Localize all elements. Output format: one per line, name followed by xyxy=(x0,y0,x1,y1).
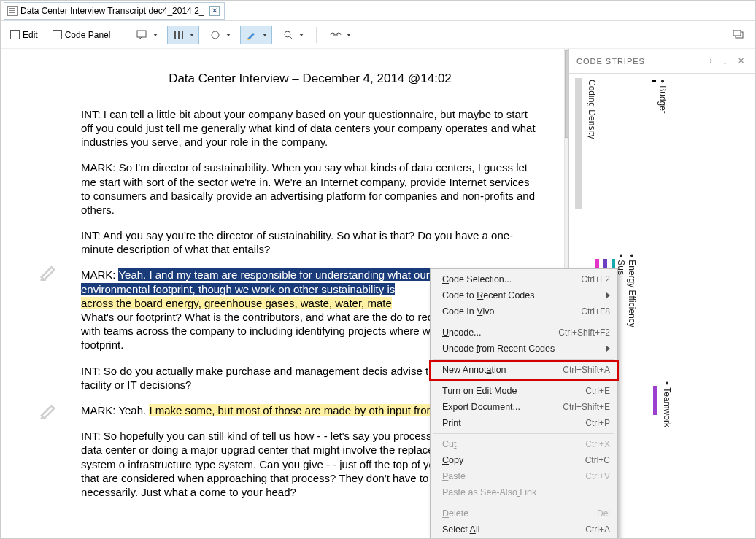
document-title: Data Center Interview – December 4, 2014… xyxy=(81,71,539,87)
document-tab[interactable]: Data Center Interview Transcript dec4_20… xyxy=(4,2,225,20)
menu-shortcut: Ctrl+X xyxy=(585,439,610,449)
menu-shortcut: Ctrl+P xyxy=(585,418,610,428)
tab-title: Data Center Interview Transcript dec4_20… xyxy=(20,6,204,16)
svg-point-4 xyxy=(212,31,219,39)
menu-item-label: Uncode... xyxy=(442,327,558,338)
menu-item-label: Copy xyxy=(442,455,585,465)
separator xyxy=(316,27,317,43)
tab-bar: Data Center Interview Transcript dec4_20… xyxy=(1,1,755,21)
context-menu: Code Selection...Ctrl+F2Code to Recent C… xyxy=(430,268,618,539)
menu-separator xyxy=(433,433,614,434)
menu-item-label: Cut xyxy=(442,439,585,449)
edit-toggle[interactable]: Edit xyxy=(5,26,43,44)
layout-icon xyxy=(733,28,746,42)
menu-separator xyxy=(433,322,614,322)
panel-header: CODE STRIPES ⇢ ↓ ✕ xyxy=(569,49,755,74)
caret-down-icon xyxy=(299,34,304,36)
svg-rect-9 xyxy=(733,30,741,36)
menu-item-label: Turn on Edit Mode xyxy=(442,386,585,396)
svg-line-7 xyxy=(290,36,293,39)
menu-shortcut: Ctrl+C xyxy=(585,455,610,465)
tab-close-button[interactable]: ✕ xyxy=(209,6,220,16)
coding-density-bar xyxy=(575,78,582,209)
svg-rect-2 xyxy=(178,31,180,39)
menu-item[interactable]: PrintCtrl+P xyxy=(432,415,616,431)
menu-separator xyxy=(433,380,614,381)
menu-item-label: New Annotation xyxy=(442,365,563,375)
caret-down-icon xyxy=(347,34,351,36)
annotations-tool[interactable] xyxy=(131,26,163,44)
collapse-icon[interactable]: ↓ xyxy=(719,55,732,68)
stripe-teamwork[interactable] xyxy=(653,386,657,415)
caret-down-icon xyxy=(263,34,267,36)
menu-item[interactable]: Code In VivoCtrl+F8 xyxy=(432,303,616,319)
menu-item-label: Print xyxy=(442,418,585,428)
link-tool[interactable] xyxy=(324,26,356,44)
svg-point-6 xyxy=(285,31,290,37)
magnifier-icon xyxy=(282,28,295,42)
separator xyxy=(123,27,123,43)
highlighter-icon xyxy=(245,28,258,42)
stripes-icon xyxy=(172,28,185,42)
stripe-budget[interactable] xyxy=(652,80,656,82)
menu-item-label: Uncode from Recent Codes xyxy=(442,344,602,354)
code-panel-toggle[interactable]: Code Panel xyxy=(47,26,116,44)
menu-item[interactable]: CopyCtrl+C xyxy=(432,452,616,468)
highlighter-marker-icon xyxy=(39,398,61,419)
code-panel-label: Code Panel xyxy=(65,30,111,40)
menu-shortcut: Ctrl+Shift+A xyxy=(563,365,610,375)
zoom-tool[interactable] xyxy=(277,26,309,44)
menu-item-label: Code Selection... xyxy=(442,274,581,284)
paragraph: MARK: So I'm director of sustainability.… xyxy=(81,160,539,217)
caret-down-icon xyxy=(226,34,231,36)
menu-item: PasteCtrl+V xyxy=(432,468,616,484)
circle-icon xyxy=(209,28,222,42)
menu-shortcut: Del xyxy=(597,508,610,519)
window-layout-button[interactable] xyxy=(728,26,751,44)
menu-item[interactable]: Uncode from Recent Codes xyxy=(432,341,616,357)
menu-item[interactable]: Select AllCtrl+A xyxy=(432,521,616,538)
menu-shortcut: Ctrl+E xyxy=(585,386,610,396)
close-panel-icon[interactable]: ✕ xyxy=(735,55,748,68)
shape-tool[interactable] xyxy=(204,26,236,44)
link-icon xyxy=(329,28,342,42)
panel-title: CODE STRIPES xyxy=(576,57,645,66)
menu-shortcut: Ctrl+F2 xyxy=(581,274,610,284)
menu-item[interactable]: Uncode...Ctrl+Shift+F2 xyxy=(432,325,616,341)
workspace: Data Center Interview – December 4, 2014… xyxy=(1,49,755,538)
menu-item: Paste as See-Also Link xyxy=(432,484,616,500)
scroll-thumb[interactable] xyxy=(565,50,568,138)
menu-shortcut: Ctrl+Shift+F2 xyxy=(558,327,610,338)
menu-item[interactable]: Code to Recent Codes xyxy=(432,287,616,303)
submenu-arrow-icon xyxy=(606,346,610,352)
document-icon xyxy=(7,6,18,16)
stripe-label: • Budget xyxy=(657,80,668,113)
text: MARK: Yeah. xyxy=(81,404,149,416)
coding-stripes-tool[interactable] xyxy=(167,26,199,44)
menu-item-label: Code In Vivo xyxy=(442,306,581,317)
annotation-icon xyxy=(136,28,149,42)
highlighted-text: across the board energy, greenhouse gase… xyxy=(81,297,392,309)
menu-item[interactable]: New AnnotationCtrl+Shift+A xyxy=(432,362,616,378)
menu-item-label: Export Document... xyxy=(442,402,563,412)
toolbar: Edit Code Panel xyxy=(1,21,755,49)
menu-shortcut: Ctrl+Shift+E xyxy=(563,402,610,412)
menu-item[interactable]: Code Selection...Ctrl+F2 xyxy=(432,271,616,287)
menu-shortcut: Ctrl+V xyxy=(585,471,610,481)
menu-item[interactable]: Export Document...Ctrl+Shift+E xyxy=(432,399,616,415)
svg-rect-5 xyxy=(247,39,250,40)
highlighter-tool[interactable] xyxy=(240,26,272,44)
menu-item-label: Code to Recent Codes xyxy=(442,290,602,300)
svg-rect-3 xyxy=(182,31,183,39)
menu-item-label: Paste as See-Also Link xyxy=(442,487,610,497)
selected-text: Yeah. I and my team are responsible for … xyxy=(81,268,485,295)
move-left-icon[interactable]: ⇢ xyxy=(703,55,716,68)
paragraph: INT: I can tell a little bit about your … xyxy=(81,107,539,150)
menu-separator xyxy=(433,359,614,360)
menu-item[interactable]: Turn on Edit ModeCtrl+E xyxy=(432,383,616,399)
svg-rect-0 xyxy=(137,31,146,37)
text: MARK: xyxy=(81,268,118,281)
caret-down-icon xyxy=(190,34,194,36)
menu-item-label: Delete xyxy=(442,508,597,519)
menu-item: DeleteDel xyxy=(432,505,616,521)
